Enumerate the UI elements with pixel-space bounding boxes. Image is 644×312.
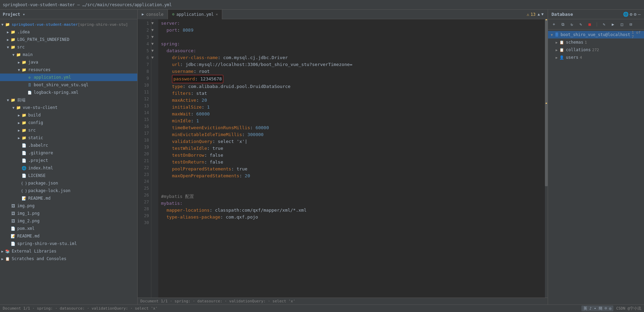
tree-item-config[interactable]: 📁 config: [0, 119, 137, 126]
database-tree[interactable]: ▼ 🗄 boot_shiro_vue_stu@localhost 1 of 7 …: [548, 30, 644, 304]
db-toolbar-edit[interactable]: ✎: [577, 21, 584, 28]
db-toolbar-refresh[interactable]: ↻: [568, 21, 576, 28]
db-toolbar-copy[interactable]: ⧉: [559, 21, 567, 28]
warning-nav-up[interactable]: ▲: [538, 12, 540, 16]
tree-item-readme-root[interactable]: 📝 README.md: [0, 232, 137, 240]
db-sync-icon[interactable]: ⚙: [630, 12, 633, 17]
title-bar: springboot-vue-student-master – …/src/ma…: [0, 0, 644, 10]
db-toolbar-schema[interactable]: ◫: [618, 21, 626, 28]
db-connection-label: boot_shiro_vue_stu@localhost: [561, 32, 630, 37]
db-minimize-icon[interactable]: —: [638, 12, 641, 17]
code-line-18: validationQuery: select 'x'|: [161, 138, 548, 145]
tree-item-external-libs[interactable]: 📚 External Libraries: [0, 247, 137, 255]
tree-item-img2[interactable]: 🖼 img_2.png: [0, 217, 137, 225]
db-schemas[interactable]: ▶ 📋 schemas 1: [548, 38, 644, 46]
code-line-28: mapper-locations: classpath:com/qxf/mapp…: [161, 207, 548, 214]
code-line-6: driver-class-name: com.mysql.cj.jdbc.Dri…: [161, 54, 548, 61]
tree-item-package-json[interactable]: { } package.json: [0, 179, 137, 187]
tree-item-iml[interactable]: 📄 spring-shiro-vue-stu.iml: [0, 240, 137, 247]
tree-item-readme-vue[interactable]: 📝 README.md: [0, 194, 137, 202]
db-collations-icon: 📋: [559, 47, 565, 53]
fold-gutter: ▼ ▼ ▼: [151, 19, 158, 298]
db-toolbar-separator: |: [595, 22, 598, 27]
tree-item-package-lock[interactable]: { } package-lock.json: [0, 187, 137, 194]
code-line-10: type: com.alibaba.druid.pool.DruidDataSo…: [161, 83, 548, 90]
tab-console[interactable]: ▶ console: [138, 10, 168, 19]
tab-application-yml[interactable]: ⚙ application.yml ✕: [168, 10, 222, 19]
warning-nav-down[interactable]: ▼: [541, 12, 544, 16]
sidebar-content[interactable]: 📁 springboot-vue-student-master [spring-…: [0, 19, 137, 304]
tab-yml-label: application.yml: [176, 12, 214, 17]
db-users-count: 4: [580, 55, 582, 60]
tree-item-scratches[interactable]: 📋 Scratches and Consoles: [0, 255, 137, 263]
tree-item-img[interactable]: 🖼 img.png: [0, 202, 137, 210]
editor-content[interactable]: server: port: 8089 spring: datasource:: [158, 19, 548, 298]
db-add-icon[interactable]: 🌐: [623, 12, 629, 17]
tree-item-src[interactable]: 📁 src: [0, 43, 137, 51]
code-line-17: minEvictableIdleTimeMillis: 300000: [161, 131, 548, 138]
db-connection-icon: 🗄: [554, 32, 559, 37]
tree-item-main[interactable]: 📁 main: [0, 51, 137, 58]
warning-count: 13: [530, 12, 535, 17]
db-users[interactable]: ▶ 👤 users 4: [548, 54, 644, 61]
tree-item-static[interactable]: 📁 static: [0, 134, 137, 142]
tree-item-index-html[interactable]: 🌐 index.html: [0, 164, 137, 172]
editor-with-gutters: 1 2 3 4 5 6 7 8 9 10 11 12 13 14 15 16 1…: [138, 19, 548, 298]
code-line-4: spring:: [161, 41, 548, 47]
code-line-13: initialSize: 1: [161, 104, 548, 111]
db-collations[interactable]: ▶ 📋 collations 272: [548, 46, 644, 54]
sidebar-header: Project ▾: [0, 10, 137, 19]
tab-yml-close[interactable]: ✕: [216, 12, 218, 16]
status-author: CSDN @宁小流: [616, 306, 641, 311]
tab-console-label: console: [146, 12, 164, 17]
tab-bar: ▶ console ⚙ application.yml ✕ ⚠ 13 ▲ ▼: [138, 10, 548, 19]
code-line-1: server:: [161, 20, 548, 27]
tree-item-idea[interactable]: 📁 .idea: [0, 28, 137, 36]
code-line-30: [161, 221, 548, 227]
tree-item-babelrc[interactable]: 📄 .babelrc: [0, 142, 137, 149]
code-line-14: maxWait: 60000: [161, 111, 548, 118]
database-header-tools: 🌐 ⚙ ⚙ —: [623, 12, 641, 17]
db-collations-count: 272: [592, 48, 599, 52]
db-users-label: users: [566, 55, 578, 60]
yml-tab-icon: ⚙: [172, 12, 174, 16]
tree-item-gitignore[interactable]: 📄 .gitignore: [0, 149, 137, 157]
tree-item-root[interactable]: 📁 springboot-vue-student-master [spring-…: [0, 21, 137, 28]
db-toolbar-stop[interactable]: ■: [586, 21, 593, 28]
tree-item-src2[interactable]: 📁 src: [0, 126, 137, 134]
db-toolbar-filter[interactable]: ⊟: [627, 21, 635, 28]
tree-item-java[interactable]: 📁 java: [0, 58, 137, 66]
status-left: Document 1/1 · spring: · datasource: · v…: [3, 306, 158, 311]
tree-item-img1[interactable]: 🖼 img_1.png: [0, 210, 137, 217]
code-line-16: timeBetweenEvictionRunsMillis: 60000: [161, 124, 548, 131]
tree-item-build[interactable]: 📁 build: [0, 111, 137, 119]
line-numbers: 1 2 3 4 5 6 7 8 9 10 11 12 13 14 15 16 1…: [138, 19, 151, 298]
code-line-20: testOnBorrow: false: [161, 152, 548, 159]
db-toolbar-add[interactable]: +: [550, 21, 558, 28]
tree-item-resources[interactable]: 📁 resources: [0, 66, 137, 74]
db-toolbar-edit2[interactable]: ✎: [600, 21, 608, 28]
console-icon: ▶: [142, 12, 144, 16]
ime-status[interactable]: 英 ♪ • 簡 ☺ ◎: [581, 305, 614, 311]
code-line-29: type-aliases-package: com.qxf.pojo: [161, 214, 548, 221]
tree-item-application-yml[interactable]: ⚙ application.yml: [0, 74, 137, 81]
tree-item-pom[interactable]: 📄 pom.xml: [0, 225, 137, 232]
tree-item-frontend[interactable]: 📁 前端: [0, 96, 137, 104]
tree-item-log-path[interactable]: 📁 LOG_PATH_IS_UNDEFINED: [0, 36, 137, 43]
status-doc-info: Document 1/1 · spring: · datasource: · v…: [3, 306, 158, 311]
code-line-22: poolPreparedStatements: true: [161, 166, 548, 172]
tree-item-project[interactable]: 📄 .project: [0, 157, 137, 164]
tree-item-sql[interactable]: 🗄 boot_shiro_vue_stu.sql: [0, 81, 137, 89]
db-users-icon: 👤: [559, 55, 565, 60]
code-line-7: url: jdbc:mysql://localhost:3306/boot_sh…: [161, 61, 548, 68]
db-connection[interactable]: ▼ 🗄 boot_shiro_vue_stu@localhost 1 of 7: [548, 31, 644, 38]
tree-item-logback[interactable]: 📄 logback-spring.xml: [0, 89, 137, 96]
tree-item-license[interactable]: 📄 LICENSE: [0, 172, 137, 179]
tree-item-vue-client[interactable]: 📁 vue-stu-client: [0, 104, 137, 111]
db-connection-badge: 1 of 7: [632, 30, 644, 39]
db-toolbar-console[interactable]: ▶: [609, 21, 617, 28]
editor-area: ▶ console ⚙ application.yml ✕ ⚠ 13 ▲ ▼ 1…: [138, 10, 548, 304]
code-line-15: minIdle: 1: [161, 118, 548, 124]
db-settings-icon[interactable]: ⚙: [634, 12, 636, 17]
title-text: springboot-vue-student-master – …/src/ma…: [3, 2, 172, 7]
